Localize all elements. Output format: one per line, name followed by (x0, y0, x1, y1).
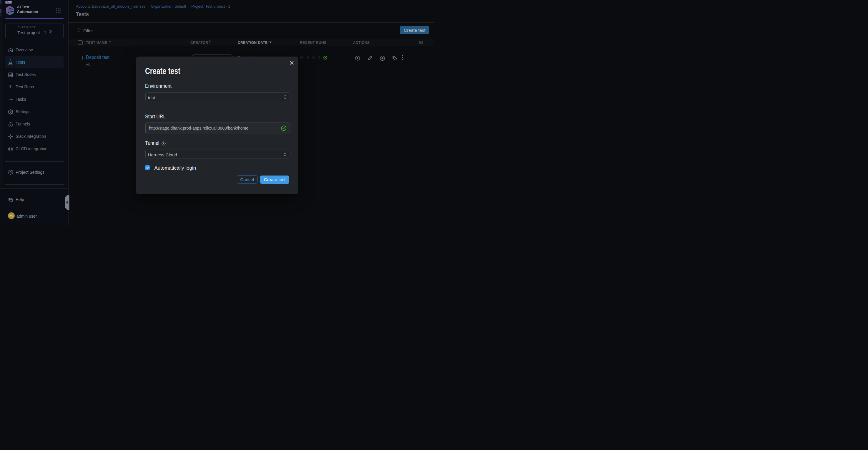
svg-text:?: ? (10, 198, 11, 200)
